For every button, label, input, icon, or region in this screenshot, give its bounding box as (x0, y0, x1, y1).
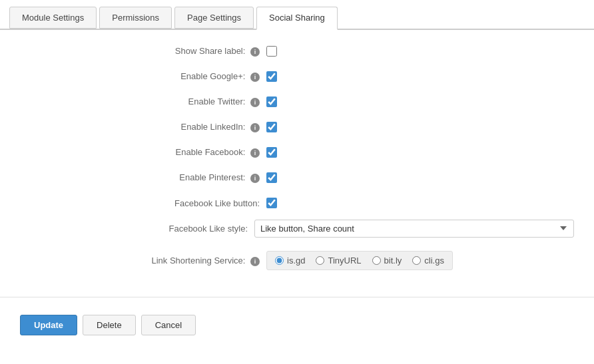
radio-cligs[interactable] (412, 256, 421, 265)
action-buttons: Update Delete Cancel (0, 308, 594, 342)
row-enable-twitter: Enable Twitter: i (20, 92, 574, 111)
tab-page-settings[interactable]: Page Settings (174, 7, 254, 29)
row-enable-linkedin: Enable LinkedIn: i (20, 118, 574, 136)
label-facebook-like-button: Facebook Like button: (20, 198, 266, 208)
radio-group-link-shortening: is.gd TinyURL bit.ly cli.gs (266, 251, 453, 270)
info-icon-enable-pinterest: i (250, 174, 260, 183)
select-facebook-like-style[interactable]: Like button, Share count Like button onl… (254, 220, 574, 238)
label-enable-google-plus: Enable Google+: i (20, 71, 266, 82)
radio-option-bitly[interactable]: bit.ly (372, 256, 402, 266)
radio-option-isgd[interactable]: is.gd (275, 256, 305, 266)
radio-tinyurl[interactable] (316, 256, 324, 265)
radio-bitly[interactable] (372, 256, 381, 265)
checkbox-enable-twitter[interactable] (266, 96, 277, 107)
label-enable-facebook: Enable Facebook: i (20, 147, 266, 158)
info-icon-enable-twitter: i (250, 98, 260, 107)
info-icon-enable-google-plus: i (250, 73, 260, 82)
checkbox-show-share-label[interactable] (266, 46, 277, 57)
tabs-bar: Module Settings Permissions Page Setting… (0, 0, 594, 30)
row-show-share-label: Show Share label: i (20, 42, 574, 61)
delete-button[interactable]: Delete (83, 315, 136, 335)
checkbox-enable-pinterest[interactable] (266, 172, 277, 183)
row-link-shortening-service: Link Shortening Service: i is.gd TinyURL… (20, 251, 574, 270)
row-enable-pinterest: Enable Pinterest: i (20, 168, 574, 187)
label-show-share-label: Show Share label: i (20, 46, 266, 57)
radio-isgd[interactable] (275, 256, 284, 265)
row-enable-facebook: Enable Facebook: i (20, 143, 574, 162)
tab-module-settings[interactable]: Module Settings (9, 7, 97, 29)
radio-option-cligs[interactable]: cli.gs (412, 256, 444, 266)
row-facebook-like-button: Facebook Like button: (20, 194, 574, 212)
label-facebook-like-style: Facebook Like style: (20, 224, 254, 234)
checkbox-enable-facebook[interactable] (266, 147, 277, 158)
content-area: Show Share label: i Enable Google+: i En… (0, 30, 594, 290)
label-enable-linkedin: Enable LinkedIn: i (20, 122, 266, 132)
radio-option-tinyurl[interactable]: TinyURL (316, 256, 361, 266)
info-icon-enable-linkedin: i (250, 123, 260, 132)
checkbox-facebook-like-button[interactable] (266, 198, 277, 208)
checkbox-enable-linkedin[interactable] (266, 122, 277, 132)
row-facebook-like-style: Facebook Like style: Like button, Share … (20, 219, 574, 238)
info-icon-enable-facebook: i (250, 148, 260, 158)
label-enable-pinterest: Enable Pinterest: i (20, 172, 266, 183)
tab-permissions[interactable]: Permissions (99, 7, 172, 29)
checkbox-enable-google-plus[interactable] (266, 71, 277, 82)
info-icon-show-share-label: i (250, 47, 260, 57)
row-enable-google-plus: Enable Google+: i (20, 67, 574, 86)
tab-social-sharing[interactable]: Social Sharing (256, 7, 338, 30)
divider (0, 297, 594, 297)
label-enable-twitter: Enable Twitter: i (20, 96, 266, 107)
cancel-button[interactable]: Cancel (141, 315, 196, 335)
label-link-shortening-service: Link Shortening Service: i (20, 256, 266, 266)
update-button[interactable]: Update (20, 315, 77, 335)
info-icon-link-shortening-service: i (250, 257, 260, 266)
